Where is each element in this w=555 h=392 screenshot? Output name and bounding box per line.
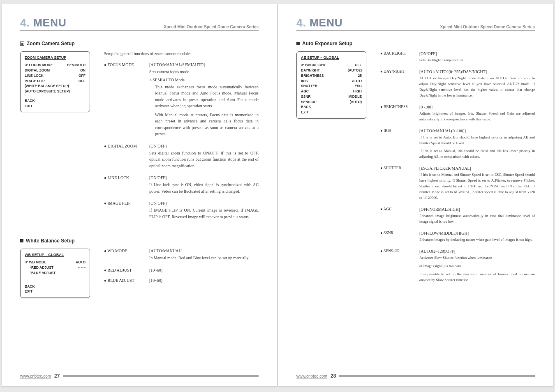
osd-back: BACK [301,104,362,110]
item-body: Enhances image brightness automatically … [419,213,535,225]
osd-line: (WHITE BALANCE SETUP) [25,83,86,89]
item-body: Enhances images by deducting noises when… [419,237,535,243]
osd-line: SENS-UP(AUTO) [301,99,362,105]
item-bracket: [ON/OFF] [149,201,259,205]
osd-line: SHUTTERESC [301,83,362,89]
item-label: ● DIGITAL ZOOM [104,144,149,172]
header: 4. MENU Xpeed Mini Outdoor Speed Dome Ca… [296,16,535,31]
item-label: ● RED ADJUST [104,268,149,274]
item-label: ● IRIS [380,129,419,163]
osd-line: BACKLIGHTOFF [301,62,362,68]
osd-line: WB MODEAUTO [25,260,86,265]
item-body: Sets digital zoom function to ON/OFF. If… [149,150,259,169]
osd-line: DAY/NIGHT(AUTO2) [301,68,362,73]
zoom-camera-section: Zoom Camera Setup [20,41,259,46]
item-body: If Iris is set to Auto, Iris should have… [419,135,535,146]
item-body: AUTO1 exchanges Day/Night mode faster th… [419,76,535,99]
item-label: ● AGC [380,207,419,227]
item-bracket: [ESC/A.FLICKER/MANUAL] [419,166,535,171]
item-body: Sets Backlight Compensation [419,58,535,63]
page-number: 27 [54,373,60,379]
menu-word: MENU [33,16,67,29]
item-bracket: [0~100] [419,105,535,109]
footer-url: www.cnbtec.com [296,374,327,378]
item-label: ● LINE LOCK [104,175,149,197]
auto-exposure-section: Auto Exposure Setup [296,41,535,46]
osd-back: BACK [25,98,86,104]
osd-line: DIGITAL ZOOMON [25,68,86,73]
osd-line: LINE LOCKOFF [25,73,86,78]
item-bracket: [AUTO/MANUAL/SEMIAUTO] [149,62,259,67]
ae-osd-box: AE SETUP – GLOBAL BACKLIGHTOFFDAY/NIGHT(… [296,51,366,119]
footer-url: www.cnbtec.com [20,374,51,378]
item-label: ● DAY/NIGHT [380,69,419,101]
item-label: ● WB MODE [104,249,149,264]
focus-p2: With Manual mode at presets, Focus data … [155,112,259,137]
item-bracket: [AUTO1/AUTO2(0~255)/DAY/NIGHT] [419,69,535,74]
section-title: Zoom Camera Setup [27,41,75,46]
item-body: If IMAGE FLIP is ON, Current image is re… [149,207,259,220]
focus-mode-item: ● FOCUS MODE [AUTO/MANUAL/SEMIAUTO] Sets… [104,62,259,140]
item-bracket: [ON/OFF] [419,51,535,56]
item-label: ● FOCUS MODE [104,62,149,140]
menu-title: 4. MENU [20,16,66,29]
ae-item: ● SHUTTER[ESC/A.FLICKER/MANUAL]If Iris i… [380,166,535,203]
item-body: Adjusts brightness of images. Iris, Shut… [419,111,535,122]
item-bracket: [AUTO/MANUAL(0~100)] [419,129,535,133]
header: 4. MENU Xpeed Mini Outdoor Speed Dome Ca… [20,16,259,31]
ae-item: ● SENS-UP[AUTO(2~128)/OFF]Activates Slow… [380,249,535,286]
menu-number: 4. [20,16,30,29]
item-bracket: [ON/OFF] [149,144,259,148]
item-body: Sets camera focus mode. [149,69,259,75]
footer-bar [63,375,259,377]
ae-item: ● AGC[OFF/NORMAL/HIGH]Enhances image bri… [380,207,535,227]
item-label: ● SHUTTER [380,166,419,203]
item-body: If Iris is set to Manual and Shutter Spe… [419,172,535,201]
osd-title: ZOOM CAMERA SETUP [25,55,86,61]
section-title: White Balance Setup [26,238,75,244]
osd-line: (AUTO EXPOSURE SETUP) [25,89,86,94]
wb-osd-box: WB SETUP – GLOBAL WB MODEAUTO└RED ADJUST… [20,249,90,298]
item-label: ● BRIGHTNESS [380,105,419,125]
osd-line: IMAGE FLIPOFF [25,78,86,84]
digital-zoom-item: ● DIGITAL ZOOM [ON/OFF] Sets digital zoo… [104,144,259,172]
line-lock-item: ● LINE LOCK [ON/OFF] If Line lock sync i… [104,175,259,197]
wb-mode-item: ● WB MODE [AUTO/MANUAL] In Manual mode, … [104,249,259,264]
osd-line: └BLUE ADJUST– – – [25,270,86,276]
item-bracket: [10~60] [149,278,259,283]
osd-title: WB SETUP – GLOBAL [25,252,86,258]
footer-bar [339,375,535,377]
item-label: ● BLUE ADJUST [104,278,149,284]
section-bullet-icon [296,42,300,45]
item-label: ● SSNR [380,231,419,245]
osd-exit: EXIT [301,110,362,115]
item-label: ● IMAGE FLIP [104,201,149,222]
section-bullet-icon [20,239,23,242]
item-body: In Manual mode, Red and Blue level can b… [149,255,259,261]
white-balance-section: White Balance Setup [20,238,259,244]
item-bracket: [ON/OFF] [149,175,259,180]
page-right: 4. MENU Xpeed Mini Outdoor Speed Dome Ca… [278,4,553,386]
ae-item: ● DAY/NIGHT[AUTO1/AUTO2(0~255)/DAY/NIGHT… [380,69,535,101]
ae-item: ● SSNR[OFF/LOW/MIDDLE/HIGH]Enhances imag… [380,231,535,245]
intro-text: Setup the general functions of zoom came… [104,51,259,56]
osd-line: FOCUS MODESEMIAUTO [25,62,86,68]
item-bracket: [OFF/LOW/MIDDLE/HIGH] [419,231,535,235]
red-adjust-item: ● RED ADJUST [10~60] [104,268,259,274]
item-bracket: [AUTO/MANUAL] [149,249,259,253]
osd-line: └RED ADJUST– – – [25,265,86,270]
item-label: ● SENS-UP [380,249,419,286]
page-left: 4. MENU Xpeed Mini Outdoor Speed Dome Ca… [2,4,277,386]
ae-item: ● IRIS[AUTO/MANUAL(0~100)]If Iris is set… [380,129,535,163]
ae-item: ● BRIGHTNESS[0~100]Adjusts brightness of… [380,105,535,125]
series-label: Xpeed Mini Outdoor Speed Dome Camera Ser… [164,25,259,29]
semiauto-sub: ○ SEMIAUTO Mode [149,78,259,82]
osd-title: AE SETUP – GLOBAL [301,55,362,61]
menu-number: 4. [296,16,306,29]
item-bracket: [OFF/NORMAL/HIGH] [419,207,535,212]
osd-exit: EXIT [25,104,86,109]
page-number: 28 [331,373,336,379]
item-bracket: [10~60] [149,268,259,272]
menu-title: 4. MENU [296,16,342,29]
item-body: of image (signal) is too dark. [419,263,535,269]
